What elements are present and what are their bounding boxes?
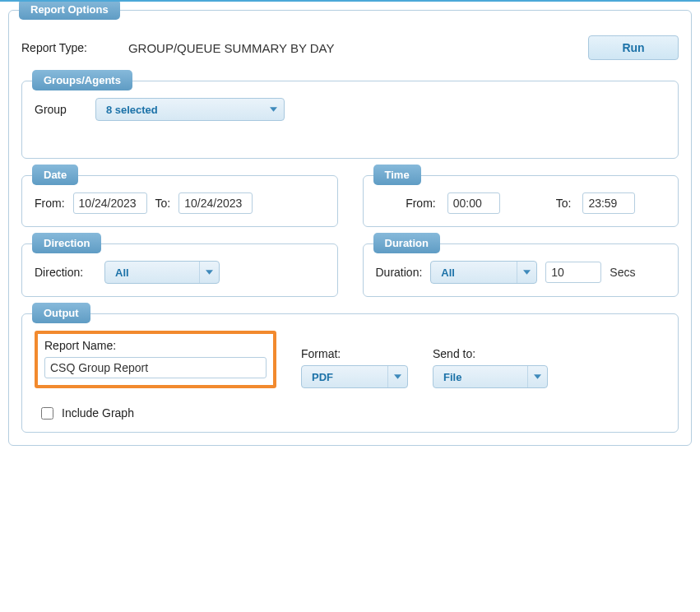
report-options-legend: Report Options [19, 0, 120, 20]
chevron-down-icon [517, 262, 536, 283]
date-to-input[interactable] [178, 192, 253, 214]
time-from-input[interactable] [447, 192, 500, 214]
date-legend: Date [32, 165, 78, 185]
send-to-select[interactable]: File [433, 365, 548, 388]
duration-panel: Duration Duration: All Secs [363, 243, 679, 297]
report-name-highlight: Report Name: [35, 331, 276, 388]
groups-agents-legend: Groups/Agents [32, 70, 132, 90]
chevron-down-icon [527, 366, 547, 387]
include-graph-label: Include Graph [62, 406, 134, 420]
date-panel: Date From: To: [21, 175, 338, 227]
chevron-down-icon [264, 99, 284, 120]
time-to-label: To: [556, 197, 572, 210]
groups-agents-panel: Groups/Agents Group 8 selected [21, 81, 679, 159]
duration-value-input[interactable] [545, 262, 601, 283]
time-to-input[interactable] [582, 192, 635, 214]
direction-select[interactable]: All [104, 261, 220, 284]
include-graph-checkbox[interactable] [41, 407, 53, 420]
output-legend: Output [32, 303, 90, 323]
report-type-label: Report Type: [21, 41, 87, 54]
time-panel: Time From: To: [363, 175, 679, 227]
format-label: Format: [301, 347, 408, 360]
date-from-label: From: [35, 197, 65, 210]
time-legend: Time [373, 165, 421, 185]
duration-label: Duration: [376, 266, 423, 279]
send-to-select-value: File [433, 371, 527, 383]
duration-legend: Duration [373, 233, 440, 253]
report-type-value: GROUP/QUEUE SUMMARY BY DAY [128, 41, 335, 55]
report-name-label: Report Name: [44, 339, 267, 352]
direction-label: Direction: [35, 266, 96, 279]
group-select-value: 8 selected [96, 104, 264, 116]
report-type-row: Report Type: GROUP/QUEUE SUMMARY BY DAY … [21, 35, 679, 60]
direction-select-value: All [105, 267, 199, 279]
direction-panel: Direction Direction: All [21, 243, 338, 297]
chevron-down-icon [199, 262, 219, 283]
chevron-down-icon [387, 366, 407, 387]
send-to-label: Send to: [433, 347, 548, 360]
report-name-input[interactable] [44, 357, 267, 378]
direction-legend: Direction [32, 233, 101, 253]
time-from-label: From: [406, 197, 436, 210]
report-options-panel: Report Options Report Type: GROUP/QUEUE … [8, 10, 692, 446]
duration-select[interactable]: All [430, 261, 537, 284]
duration-select-value: All [431, 267, 517, 279]
output-panel: Output Report Name: Format: PDF Send to: [21, 313, 679, 433]
date-from-input[interactable] [73, 192, 147, 214]
secs-label: Secs [610, 266, 635, 279]
date-to-label: To: [155, 197, 171, 210]
group-label: Group [35, 103, 67, 116]
run-button[interactable]: Run [588, 35, 679, 60]
format-select-value: PDF [302, 371, 387, 383]
group-select[interactable]: 8 selected [95, 98, 285, 121]
format-select[interactable]: PDF [301, 365, 408, 388]
